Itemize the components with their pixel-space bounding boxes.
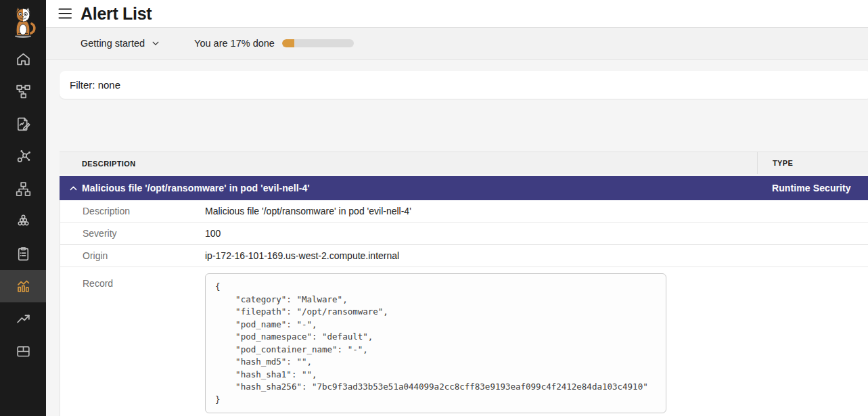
record-json-text: { "category": "Malware", "filepath": "/o… (215, 281, 656, 406)
filter-bar[interactable]: Filter: none (60, 71, 868, 99)
sidebar-item-endpoints[interactable] (0, 172, 46, 205)
alert-row-expanded[interactable]: Malicious file '/opt/ransomware' in pod … (60, 176, 868, 200)
sidebar-item-network-topology[interactable] (0, 75, 46, 108)
table-header: DESCRIPTION TYPE (60, 152, 868, 174)
policy-edit-icon (15, 116, 32, 133)
sidebar-item-policies[interactable] (0, 108, 46, 140)
main-area: Alert List Getting started You are 17% d… (46, 0, 868, 416)
column-header-description[interactable]: DESCRIPTION (60, 157, 757, 169)
filter-label: Filter: none (70, 79, 120, 91)
detail-value: ip-172-16-101-169.us-west-2.compute.inte… (205, 250, 399, 261)
detail-value: Malicious file '/opt/ransomware' in pod … (205, 206, 411, 216)
calico-cat-logo (7, 5, 39, 39)
detail-label: Origin (60, 250, 205, 261)
sidebar (0, 0, 46, 416)
alert-description: Malicious file '/opt/ransomware' in pod … (82, 183, 310, 193)
getting-started-dropdown[interactable]: Getting started (81, 38, 160, 49)
alert-details-panel: Description Malicious file '/opt/ransomw… (60, 200, 868, 416)
sidebar-item-service-graph[interactable] (0, 140, 46, 172)
detail-value: 100 (205, 228, 221, 239)
progress-bar (282, 39, 354, 47)
hamburger-menu-icon[interactable] (57, 5, 73, 22)
sidebar-item-home[interactable] (0, 43, 46, 75)
detail-label: Record (60, 273, 205, 289)
alerts-chart-icon (15, 278, 32, 295)
sidebar-item-compliance[interactable] (0, 237, 46, 270)
top-bar: Alert List (46, 0, 868, 28)
detail-row-record: Record { "category": "Malware", "filepat… (60, 267, 868, 416)
getting-started-label: Getting started (81, 38, 145, 49)
detail-row-origin: Origin ip-172-16-101-169.us-west-2.compu… (60, 245, 868, 267)
node-graph-icon (15, 148, 32, 165)
content-area: Filter: none DESCRIPTION TYPE (46, 60, 868, 415)
home-icon (15, 51, 32, 68)
progress-fill (282, 39, 294, 47)
getting-started-bar: Getting started You are 17% done (46, 28, 868, 60)
detail-row-description: Description Malicious file '/opt/ransomw… (60, 200, 868, 223)
chevron-down-icon (151, 39, 160, 48)
column-header-type[interactable]: TYPE (757, 152, 868, 174)
sidebar-item-threat-feeds[interactable] (0, 302, 46, 335)
chevron-up-icon[interactable] (65, 183, 82, 193)
sitemap-icon (15, 181, 32, 198)
detail-row-severity: Severity 100 (60, 223, 868, 245)
sidebar-item-alerts[interactable] (0, 270, 46, 302)
sidebar-item-workloads[interactable] (0, 205, 46, 237)
clipboard-icon (15, 246, 32, 262)
cluster-dots-icon (15, 213, 32, 230)
sidebar-item-manage[interactable] (0, 335, 46, 367)
alert-table: DESCRIPTION TYPE Malicious file '/opt/ra… (60, 152, 868, 416)
record-json-box: { "category": "Malware", "filepath": "/o… (205, 273, 666, 413)
detail-label: Description (60, 206, 205, 216)
storage-box-icon (15, 343, 32, 360)
page-title: Alert List (81, 4, 152, 24)
trending-arrow-icon (15, 310, 32, 327)
detail-label: Severity (60, 228, 205, 239)
alert-type: Runtime Security (772, 183, 851, 193)
topology-icon (15, 83, 32, 100)
progress-text: You are 17% done (194, 38, 275, 49)
app-logo (0, 0, 46, 43)
